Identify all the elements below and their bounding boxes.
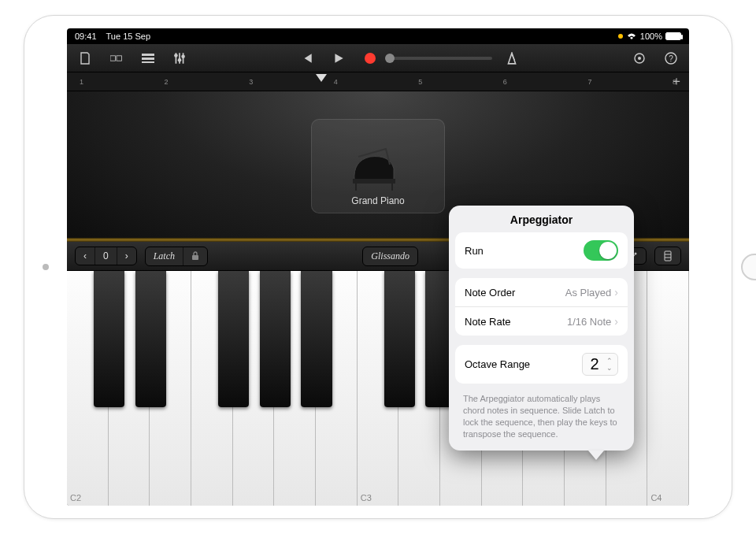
keyboard-layout-icon: [655, 247, 680, 265]
play-button[interactable]: [327, 49, 350, 68]
timeline-ruler[interactable]: 1 2 3 4 5 6 7 8 ＋: [67, 72, 689, 91]
ruler-tick: 5: [418, 78, 422, 86]
white-key[interactable]: [150, 271, 191, 506]
glissando-button[interactable]: Glissando: [362, 247, 418, 266]
note-rate-value: 1/16 Note: [567, 316, 611, 328]
status-date: Tue 15 Sep: [106, 32, 150, 41]
ruler-tick: 2: [165, 78, 169, 86]
latch-label: Latch: [146, 247, 183, 265]
white-key[interactable]: [191, 271, 233, 506]
svg-point-10: [638, 57, 641, 60]
run-toggle[interactable]: [584, 240, 618, 261]
svg-rect-3: [142, 57, 154, 60]
octave-range-row: Octave Range 2 ⌃ ⌄: [455, 345, 628, 384]
note-order-value: As Played: [565, 287, 612, 299]
octave-selector: ‹ 0 ›: [75, 247, 137, 265]
note-rate-row[interactable]: Note Rate 1/16 Note ›: [455, 307, 628, 336]
status-time: 09:41: [75, 32, 97, 41]
note-order-label: Note Order: [465, 287, 515, 299]
note-order-row[interactable]: Note Order As Played ›: [455, 278, 628, 307]
help-button[interactable]: ?: [659, 49, 683, 68]
key-label: C3: [361, 493, 372, 502]
svg-point-6: [178, 58, 182, 62]
svg-rect-16: [192, 255, 198, 260]
location-indicator-icon: [618, 34, 623, 39]
svg-rect-4: [142, 61, 154, 63]
white-key[interactable]: C4: [647, 271, 689, 506]
octave-range-value: 2: [587, 355, 602, 373]
glissando-label: Glissando: [363, 247, 417, 265]
battery-percent: 100%: [640, 32, 662, 41]
record-button[interactable]: [358, 49, 382, 68]
white-key[interactable]: [398, 271, 440, 506]
popover-title: Arpeggiator: [455, 213, 628, 226]
status-bar: 09:41 Tue 15 Sep 100%: [67, 28, 689, 44]
instrument-name: Grand Piano: [351, 195, 404, 206]
svg-rect-13: [353, 179, 395, 184]
ruler-tick: 6: [503, 78, 507, 86]
svg-rect-21: [665, 251, 671, 261]
white-key[interactable]: [274, 271, 316, 506]
svg-point-7: [181, 54, 185, 58]
track-controls-button[interactable]: [168, 49, 191, 68]
browser-button[interactable]: [105, 49, 128, 68]
settings-button[interactable]: [628, 49, 651, 68]
white-key[interactable]: [109, 271, 150, 506]
playhead-icon[interactable]: [316, 74, 327, 82]
latch-button[interactable]: Latch: [145, 247, 208, 266]
ruler-tick: 7: [587, 78, 591, 86]
svg-rect-1: [117, 55, 121, 60]
instrument-card[interactable]: Grand Piano: [311, 119, 445, 213]
stepper-down-icon[interactable]: ⌄: [606, 365, 613, 372]
octave-range-label: Octave Range: [465, 358, 530, 370]
my-songs-button[interactable]: [73, 49, 97, 68]
master-volume-slider[interactable]: [390, 57, 492, 60]
white-key[interactable]: C2: [67, 271, 109, 506]
app-screen: 09:41 Tue 15 Sep 100%: [67, 28, 689, 506]
run-label: Run: [465, 245, 484, 257]
white-key[interactable]: [316, 271, 358, 506]
home-button[interactable]: [741, 254, 756, 280]
svg-text:?: ?: [669, 54, 673, 63]
key-label: C2: [70, 493, 81, 502]
svg-rect-0: [110, 55, 115, 60]
battery-icon: [665, 32, 681, 40]
octave-value: 0: [95, 247, 117, 265]
metronome-button[interactable]: [500, 49, 524, 68]
svg-rect-2: [142, 54, 154, 56]
go-to-beginning-button[interactable]: [295, 49, 319, 68]
white-key[interactable]: C3: [358, 271, 399, 506]
grand-piano-icon: [346, 145, 410, 192]
octave-range-stepper[interactable]: 2 ⌃ ⌄: [582, 353, 618, 376]
white-key[interactable]: [233, 271, 275, 506]
ruler-tick: 3: [249, 78, 253, 86]
front-camera: [43, 264, 49, 270]
add-section-button[interactable]: ＋: [670, 76, 683, 87]
lock-icon: [183, 247, 207, 265]
ipad-frame: 09:41 Tue 15 Sep 100%: [24, 15, 732, 519]
octave-down-button[interactable]: ‹: [76, 247, 95, 265]
toolbar: ?: [67, 44, 689, 72]
chevron-right-icon: ›: [614, 315, 618, 328]
wifi-icon: [626, 32, 637, 40]
keyboard-layout-button[interactable]: [654, 247, 681, 265]
note-rate-label: Note Rate: [465, 316, 511, 328]
chevron-right-icon: ›: [614, 286, 618, 299]
octave-up-button[interactable]: ›: [117, 247, 136, 265]
ruler-tick: 4: [334, 78, 338, 86]
ruler-tick: 1: [80, 78, 83, 86]
popover-help-text: The Arpeggiator automatically plays chor…: [455, 393, 628, 439]
key-label: C4: [650, 493, 662, 502]
run-row: Run: [455, 232, 628, 269]
svg-point-5: [174, 54, 178, 57]
tracks-button[interactable]: [136, 49, 160, 68]
arpeggiator-popover: Arpeggiator Run Note Order As Played › N…: [449, 206, 634, 451]
